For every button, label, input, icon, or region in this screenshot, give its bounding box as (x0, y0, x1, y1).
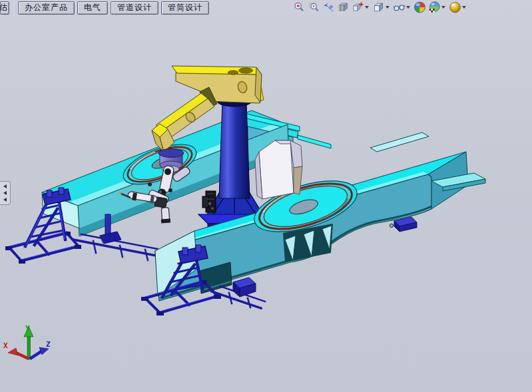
triad-z-label: Z (46, 340, 51, 349)
view-orientation-button[interactable] (350, 1, 365, 14)
tab-office-products[interactable]: 办公室产品 (18, 1, 75, 15)
column-motor-unit[interactable] (202, 191, 216, 212)
previous-view-button[interactable] (321, 1, 336, 14)
zoom-to-fit-button[interactable] (292, 1, 306, 14)
view-settings-dropdown-arrow[interactable] (462, 6, 466, 9)
white-fixture-block[interactable] (255, 140, 302, 199)
display-style-icon (372, 1, 385, 13)
orientation-triad: Y X Z (3, 324, 51, 359)
edit-appearance-button[interactable] (412, 1, 427, 14)
apply-scene-dropdown-arrow[interactable] (441, 6, 445, 9)
collapse-arrow-icon (3, 184, 7, 188)
triad-x-label: X (3, 341, 8, 350)
feature-panel-collapse-button[interactable] (0, 181, 11, 205)
collapse-arrow-icon (3, 191, 7, 195)
apply-scene-icon (427, 1, 441, 14)
section-view-icon (337, 1, 350, 13)
display-style-dropdown-arrow[interactable] (386, 6, 390, 9)
view-orientation-icon (352, 1, 364, 13)
triad-y-label: Y (25, 324, 30, 333)
checker-flag (429, 9, 434, 12)
zoom-to-area-icon (308, 1, 320, 13)
solidworks-window: { "window": { "background": "#c6cad5" },… (0, 0, 532, 392)
viewport-3d[interactable]: Y X Z (0, 0, 532, 392)
tab-electrical[interactable]: 电气 (77, 1, 108, 15)
hide-show-items-dropdown-arrow[interactable] (406, 6, 410, 9)
command-tabs: 估 办公室产品 电气 管道设计 管筒设计 (0, 1, 212, 15)
hide-show-items-button[interactable] (392, 1, 406, 14)
tab-piping-design[interactable]: 管道设计 (111, 1, 158, 15)
collapse-arrow-icon (3, 198, 7, 202)
view-settings-button[interactable] (447, 1, 462, 14)
hide-show-items-icon (392, 1, 406, 13)
beam-chock-front[interactable] (233, 278, 256, 297)
display-style-button[interactable] (371, 1, 386, 14)
heads-up-view-toolbar (292, 1, 468, 14)
edit-appearance-icon (413, 1, 427, 14)
tab-tubing-design[interactable]: 管筒设计 (161, 1, 209, 15)
section-view-button[interactable] (336, 1, 350, 14)
zoom-to-fit-icon (293, 1, 306, 13)
view-orientation-dropdown-arrow[interactable] (365, 6, 369, 9)
previous-view-icon (322, 1, 335, 13)
tab-evaluate-partial[interactable]: 估 (0, 1, 9, 15)
apply-scene-button[interactable] (427, 1, 441, 14)
view-settings-icon (448, 1, 462, 14)
zoom-to-area-button[interactable] (306, 1, 321, 14)
